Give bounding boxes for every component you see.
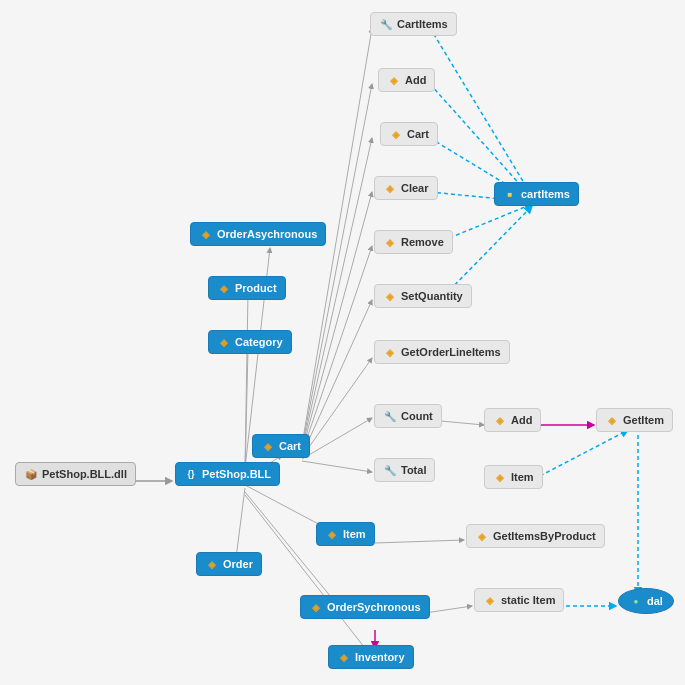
get-order-line-node: ◈ GetOrderLineItems — [374, 340, 510, 364]
class-icon-item: ◈ — [325, 527, 339, 541]
field-icon-cart-items: ■ — [503, 187, 517, 201]
cube-icon-set-quantity: ◈ — [383, 289, 397, 303]
class-icon-product: ◈ — [217, 281, 231, 295]
svg-line-17 — [302, 138, 372, 449]
svg-line-23 — [302, 461, 372, 472]
static-item-label: static Item — [501, 594, 555, 606]
category-node: ◈ Category — [208, 330, 292, 354]
svg-line-21 — [302, 358, 372, 457]
diagram-container: 📦 PetShop.BLL.dll {} PetShop.BLL ◈ Order… — [0, 0, 685, 685]
cube-icon-get-item: ◈ — [605, 413, 619, 427]
cube-icon-add-right: ◈ — [493, 413, 507, 427]
total-label: Total — [401, 464, 426, 476]
order-async-node: ◈ OrderAsychronous — [190, 222, 326, 246]
svg-line-20 — [302, 300, 372, 455]
get-items-by-product-label: GetItemsByProduct — [493, 530, 596, 542]
dal-node: ● dal — [618, 588, 674, 614]
class-icon-order-async: ◈ — [199, 227, 213, 241]
order-node: ◈ Order — [196, 552, 262, 576]
svg-line-9 — [430, 28, 532, 196]
class-icon-order: ◈ — [205, 557, 219, 571]
item-right-label: Item — [511, 471, 534, 483]
svg-line-5 — [245, 485, 326, 528]
connections-svg — [0, 0, 685, 685]
static-item-node: ◈ static Item — [474, 588, 564, 612]
cube-icon-cart-method: ◈ — [389, 127, 403, 141]
cart-items-top-node: 🔧 CartItems — [370, 12, 457, 36]
cart-label: Cart — [279, 440, 301, 452]
add-top-node: ◈ Add — [378, 68, 435, 92]
product-label: Product — [235, 282, 277, 294]
item-right-node: ◈ Item — [484, 465, 543, 489]
svg-line-8 — [245, 495, 368, 652]
petshop-bll-dll-label: PetShop.BLL.dll — [42, 468, 127, 480]
remove-label: Remove — [401, 236, 444, 248]
svg-line-3 — [245, 348, 248, 474]
cart-items-top-label: CartItems — [397, 18, 448, 30]
cart-node: ◈ Cart — [252, 434, 310, 458]
set-quantity-label: SetQuantity — [401, 290, 463, 302]
clear-node: ◈ Clear — [374, 176, 438, 200]
cube-icon-static-item: ◈ — [483, 593, 497, 607]
petshop-bll-dll-node: 📦 PetShop.BLL.dll — [15, 462, 136, 486]
order-async-label: OrderAsychronous — [217, 228, 317, 240]
total-node: 🔧 Total — [374, 458, 435, 482]
cube-icon-item-right: ◈ — [493, 470, 507, 484]
cart-method-label: Cart — [407, 128, 429, 140]
clear-label: Clear — [401, 182, 429, 194]
count-label: Count — [401, 410, 433, 422]
add-right-label: Add — [511, 414, 532, 426]
cube-icon-get-items-by-product: ◈ — [475, 529, 489, 543]
petshop-bll-node: {} PetShop.BLL — [175, 462, 280, 486]
svg-line-30 — [425, 606, 472, 613]
cube-icon-remove: ◈ — [383, 235, 397, 249]
order-sync-label: OrderSychronous — [327, 601, 421, 613]
dll-icon: 📦 — [24, 467, 38, 481]
add-top-label: Add — [405, 74, 426, 86]
svg-line-10 — [430, 84, 532, 198]
order-label: Order — [223, 558, 253, 570]
category-label: Category — [235, 336, 283, 348]
item-node: ◈ Item — [316, 522, 375, 546]
class-icon-inventory: ◈ — [337, 650, 351, 664]
cube-icon-add: ◈ — [387, 73, 401, 87]
product-node: ◈ Product — [208, 276, 286, 300]
get-items-by-product-node: ◈ GetItemsByProduct — [466, 524, 605, 548]
svg-line-22 — [302, 418, 372, 459]
item-label: Item — [343, 528, 366, 540]
class-icon-category: ◈ — [217, 335, 231, 349]
circle-icon-dal: ● — [629, 594, 643, 608]
set-quantity-node: ◈ SetQuantity — [374, 284, 472, 308]
wrench-icon-count: 🔧 — [383, 409, 397, 423]
svg-line-6 — [236, 488, 245, 558]
cart-method-node: ◈ Cart — [380, 122, 438, 146]
get-item-node: ◈ GetItem — [596, 408, 673, 432]
wrench-icon-cart-items: 🔧 — [379, 17, 393, 31]
cart-items-right-label: cartItems — [521, 188, 570, 200]
order-sync-node: ◈ OrderSychronous — [300, 595, 430, 619]
get-order-line-label: GetOrderLineItems — [401, 346, 501, 358]
namespace-icon: {} — [184, 467, 198, 481]
class-icon-cart: ◈ — [261, 439, 275, 453]
cube-icon-get-order-line: ◈ — [383, 345, 397, 359]
wrench-icon-total: 🔧 — [383, 463, 397, 477]
cart-items-right-node: ■ cartItems — [494, 182, 579, 206]
cube-icon-clear: ◈ — [383, 181, 397, 195]
inventory-node: ◈ Inventory — [328, 645, 414, 669]
svg-line-16 — [302, 84, 372, 447]
remove-node: ◈ Remove — [374, 230, 453, 254]
petshop-bll-label: PetShop.BLL — [202, 468, 271, 480]
class-icon-order-sync: ◈ — [309, 600, 323, 614]
dal-label: dal — [647, 595, 663, 607]
svg-line-26 — [540, 430, 628, 476]
svg-line-27 — [375, 540, 464, 543]
inventory-label: Inventory — [355, 651, 405, 663]
count-node: 🔧 Count — [374, 404, 442, 428]
add-right-node: ◈ Add — [484, 408, 541, 432]
svg-line-19 — [302, 246, 372, 453]
svg-line-7 — [245, 492, 340, 608]
get-item-label: GetItem — [623, 414, 664, 426]
svg-line-2 — [245, 292, 248, 468]
